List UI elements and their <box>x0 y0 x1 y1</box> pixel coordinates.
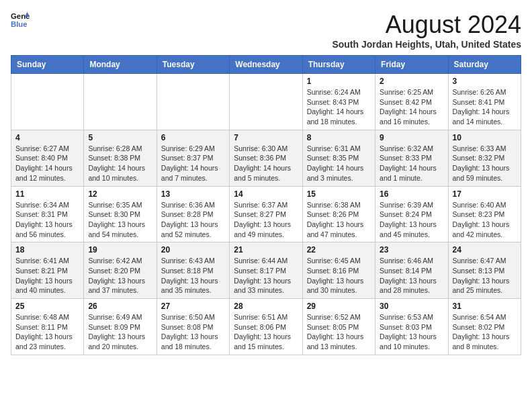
day-number: 5 <box>88 133 152 142</box>
calendar-cell: 28Sunrise: 6:51 AMSunset: 8:06 PMDayligh… <box>230 299 302 355</box>
calendar-cell: 6Sunrise: 6:29 AMSunset: 8:37 PMDaylight… <box>157 130 229 186</box>
day-info: Sunrise: 6:26 AMSunset: 8:41 PMDaylight:… <box>453 87 517 127</box>
calendar-cell: 12Sunrise: 6:35 AMSunset: 8:30 PMDayligh… <box>84 186 157 242</box>
calendar-week-1: 1Sunrise: 6:24 AMSunset: 8:43 PMDaylight… <box>11 74 521 130</box>
calendar-cell: 26Sunrise: 6:49 AMSunset: 8:09 PMDayligh… <box>84 299 157 355</box>
day-info: Sunrise: 6:30 AMSunset: 8:36 PMDaylight:… <box>234 144 298 183</box>
day-info: Sunrise: 6:36 AMSunset: 8:28 PMDaylight:… <box>161 200 225 240</box>
day-number: 15 <box>307 189 371 199</box>
day-info: Sunrise: 6:54 AMSunset: 8:02 PMDaylight:… <box>453 312 517 352</box>
header-row: Sunday Monday Tuesday Wednesday Thursday… <box>11 56 521 74</box>
calendar-cell: 18Sunrise: 6:41 AMSunset: 8:21 PMDayligh… <box>11 242 84 299</box>
calendar-cell: 25Sunrise: 6:48 AMSunset: 8:11 PMDayligh… <box>11 299 84 355</box>
day-info: Sunrise: 6:40 AMSunset: 8:23 PMDaylight:… <box>453 200 517 240</box>
day-number: 1 <box>307 77 371 86</box>
day-number: 10 <box>453 133 517 142</box>
day-number: 4 <box>15 133 79 142</box>
day-number: 6 <box>161 133 225 142</box>
calendar-cell: 4Sunrise: 6:27 AMSunset: 8:40 PMDaylight… <box>11 130 84 186</box>
calendar-header: Sunday Monday Tuesday Wednesday Thursday… <box>11 56 521 74</box>
calendar-week-3: 11Sunrise: 6:34 AMSunset: 8:31 PMDayligh… <box>11 186 521 242</box>
day-number: 29 <box>307 302 371 311</box>
day-number: 11 <box>15 189 79 199</box>
page-header: General Blue August 2024 South Jordan He… <box>11 11 521 50</box>
col-monday: Monday <box>84 56 157 74</box>
day-info: Sunrise: 6:31 AMSunset: 8:35 PMDaylight:… <box>307 144 371 183</box>
day-info: Sunrise: 6:27 AMSunset: 8:40 PMDaylight:… <box>15 144 79 183</box>
calendar-cell: 14Sunrise: 6:37 AMSunset: 8:27 PMDayligh… <box>230 186 302 242</box>
calendar-cell: 27Sunrise: 6:50 AMSunset: 8:08 PMDayligh… <box>157 299 229 355</box>
day-info: Sunrise: 6:49 AMSunset: 8:09 PMDaylight:… <box>88 312 152 352</box>
day-info: Sunrise: 6:33 AMSunset: 8:32 PMDaylight:… <box>453 144 517 183</box>
day-info: Sunrise: 6:46 AMSunset: 8:14 PMDaylight:… <box>380 256 443 295</box>
day-info: Sunrise: 6:28 AMSunset: 8:38 PMDaylight:… <box>88 144 152 183</box>
calendar-week-5: 25Sunrise: 6:48 AMSunset: 8:11 PMDayligh… <box>11 299 521 355</box>
col-saturday: Saturday <box>448 56 521 74</box>
calendar-cell: 30Sunrise: 6:53 AMSunset: 8:03 PMDayligh… <box>375 299 448 355</box>
day-number: 24 <box>453 245 517 255</box>
calendar-cell: 29Sunrise: 6:52 AMSunset: 8:05 PMDayligh… <box>302 299 375 355</box>
calendar-cell: 22Sunrise: 6:45 AMSunset: 8:16 PMDayligh… <box>302 242 375 299</box>
day-number: 30 <box>380 302 443 311</box>
day-info: Sunrise: 6:44 AMSunset: 8:17 PMDaylight:… <box>234 256 298 295</box>
day-info: Sunrise: 6:53 AMSunset: 8:03 PMDaylight:… <box>380 312 443 352</box>
calendar-body: 1Sunrise: 6:24 AMSunset: 8:43 PMDaylight… <box>11 74 521 355</box>
calendar-cell: 8Sunrise: 6:31 AMSunset: 8:35 PMDaylight… <box>302 130 375 186</box>
day-number: 18 <box>15 245 79 255</box>
calendar-cell <box>230 74 302 130</box>
day-number: 27 <box>161 302 225 311</box>
location-subtitle: South Jordan Heights, Utah, United State… <box>332 39 521 50</box>
day-number: 22 <box>307 245 371 255</box>
calendar-cell <box>157 74 229 130</box>
day-info: Sunrise: 6:32 AMSunset: 8:33 PMDaylight:… <box>380 144 443 183</box>
calendar-cell: 23Sunrise: 6:46 AMSunset: 8:14 PMDayligh… <box>375 242 448 299</box>
calendar-cell: 10Sunrise: 6:33 AMSunset: 8:32 PMDayligh… <box>448 130 521 186</box>
day-number: 26 <box>88 302 152 311</box>
calendar-cell: 19Sunrise: 6:42 AMSunset: 8:20 PMDayligh… <box>84 242 157 299</box>
day-info: Sunrise: 6:39 AMSunset: 8:24 PMDaylight:… <box>380 200 443 240</box>
day-number: 8 <box>307 133 371 142</box>
day-number: 3 <box>453 77 517 86</box>
calendar-cell: 13Sunrise: 6:36 AMSunset: 8:28 PMDayligh… <box>157 186 229 242</box>
day-number: 25 <box>15 302 79 311</box>
calendar-cell: 5Sunrise: 6:28 AMSunset: 8:38 PMDaylight… <box>84 130 157 186</box>
day-number: 16 <box>380 189 443 199</box>
calendar-cell: 17Sunrise: 6:40 AMSunset: 8:23 PMDayligh… <box>448 186 521 242</box>
day-number: 7 <box>234 133 298 142</box>
day-info: Sunrise: 6:38 AMSunset: 8:26 PMDaylight:… <box>307 200 371 240</box>
calendar-cell: 15Sunrise: 6:38 AMSunset: 8:26 PMDayligh… <box>302 186 375 242</box>
calendar-cell: 24Sunrise: 6:47 AMSunset: 8:13 PMDayligh… <box>448 242 521 299</box>
day-info: Sunrise: 6:48 AMSunset: 8:11 PMDaylight:… <box>15 312 79 352</box>
calendar-cell: 16Sunrise: 6:39 AMSunset: 8:24 PMDayligh… <box>375 186 448 242</box>
calendar-table: Sunday Monday Tuesday Wednesday Thursday… <box>11 55 521 355</box>
day-info: Sunrise: 6:34 AMSunset: 8:31 PMDaylight:… <box>15 200 79 240</box>
calendar-cell: 9Sunrise: 6:32 AMSunset: 8:33 PMDaylight… <box>375 130 448 186</box>
day-info: Sunrise: 6:29 AMSunset: 8:37 PMDaylight:… <box>161 144 225 183</box>
day-info: Sunrise: 6:37 AMSunset: 8:27 PMDaylight:… <box>234 200 298 240</box>
col-tuesday: Tuesday <box>157 56 229 74</box>
logo-icon: General Blue <box>11 11 30 30</box>
calendar-cell: 7Sunrise: 6:30 AMSunset: 8:36 PMDaylight… <box>230 130 302 186</box>
calendar-cell <box>84 74 157 130</box>
day-number: 21 <box>234 245 298 255</box>
day-number: 14 <box>234 189 298 199</box>
day-info: Sunrise: 6:25 AMSunset: 8:42 PMDaylight:… <box>380 87 443 127</box>
day-info: Sunrise: 6:50 AMSunset: 8:08 PMDaylight:… <box>161 312 225 352</box>
col-wednesday: Wednesday <box>230 56 302 74</box>
day-number: 23 <box>380 245 443 255</box>
title-section: August 2024 South Jordan Heights, Utah, … <box>332 11 521 50</box>
calendar-week-2: 4Sunrise: 6:27 AMSunset: 8:40 PMDaylight… <box>11 130 521 186</box>
col-thursday: Thursday <box>302 56 375 74</box>
day-number: 20 <box>161 245 225 255</box>
day-number: 17 <box>453 189 517 199</box>
day-info: Sunrise: 6:42 AMSunset: 8:20 PMDaylight:… <box>88 256 152 295</box>
calendar-cell: 20Sunrise: 6:43 AMSunset: 8:18 PMDayligh… <box>157 242 229 299</box>
calendar-cell: 3Sunrise: 6:26 AMSunset: 8:41 PMDaylight… <box>448 74 521 130</box>
calendar-cell: 1Sunrise: 6:24 AMSunset: 8:43 PMDaylight… <box>302 74 375 130</box>
calendar-cell: 11Sunrise: 6:34 AMSunset: 8:31 PMDayligh… <box>11 186 84 242</box>
day-number: 13 <box>161 189 225 199</box>
day-info: Sunrise: 6:35 AMSunset: 8:30 PMDaylight:… <box>88 200 152 240</box>
month-year-title: August 2024 <box>332 11 521 39</box>
calendar-cell: 21Sunrise: 6:44 AMSunset: 8:17 PMDayligh… <box>230 242 302 299</box>
day-number: 28 <box>234 302 298 311</box>
